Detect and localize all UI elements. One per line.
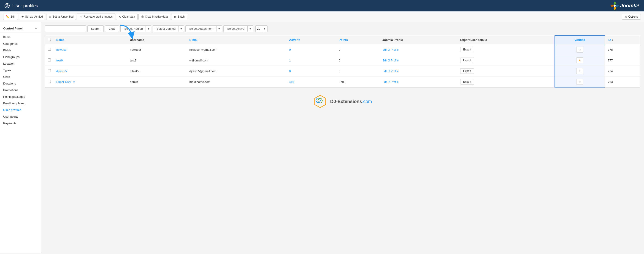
sidebar-item-user-points[interactable]: User points bbox=[0, 113, 41, 120]
svg-point-6 bbox=[614, 7, 616, 10]
control-panel-label: Control Panel bbox=[3, 27, 23, 30]
attachment-select[interactable]: - Select Attachment - bbox=[186, 26, 216, 32]
adverts-link[interactable]: 0 bbox=[289, 48, 291, 51]
sidebar-back-arrow[interactable]: ← bbox=[34, 26, 38, 30]
joomla-profile-link[interactable]: Edit J! Profile bbox=[382, 59, 399, 62]
email-cell: newuser@gmail.com bbox=[187, 44, 286, 55]
sidebar-item-units[interactable]: Units bbox=[0, 74, 41, 80]
user-name-link[interactable]: newuser bbox=[56, 48, 68, 51]
set-unverified-label: Set as Unverified bbox=[53, 15, 74, 18]
gear-icon: ⚙ bbox=[625, 15, 627, 18]
user-name-link[interactable]: Super User bbox=[56, 80, 72, 84]
export-button[interactable]: Export bbox=[460, 68, 474, 74]
col-header-joomla-profile: Joomla Profile bbox=[380, 36, 458, 44]
page-size-select[interactable]: 20 bbox=[256, 26, 262, 32]
points-cell: 0 bbox=[336, 44, 380, 55]
footer-brand-suffix: .com bbox=[362, 99, 372, 104]
table-row: newusernewusernewuser@gmail.com00Edit J!… bbox=[45, 44, 640, 55]
id-col-label: ID bbox=[608, 38, 611, 42]
row-checkbox[interactable] bbox=[48, 58, 51, 61]
adverts-link[interactable]: 0 bbox=[289, 69, 291, 73]
col-header-points[interactable]: Points bbox=[336, 36, 380, 44]
adverts-link[interactable]: 416 bbox=[289, 80, 294, 84]
set-unverified-button[interactable]: ☆ Set as Unverified bbox=[46, 14, 76, 20]
verified-star-button[interactable]: ★ bbox=[576, 57, 583, 63]
options-button[interactable]: ⚙ Options bbox=[622, 14, 641, 20]
sidebar-item-durations[interactable]: Durations bbox=[0, 80, 41, 87]
batch-label: Batch bbox=[178, 15, 185, 18]
sidebar-item-items[interactable]: Items bbox=[0, 34, 41, 40]
batch-button[interactable]: ▦ Batch bbox=[171, 14, 187, 20]
sidebar-item-promotions[interactable]: Promotions bbox=[0, 87, 41, 93]
col-header-id[interactable]: ID ▼ bbox=[605, 36, 640, 44]
sidebar-item-user-profiles[interactable]: User profiles bbox=[0, 107, 41, 113]
data-table-wrap: Name Username E-mail Adverts Points Joom… bbox=[45, 35, 640, 88]
search-button[interactable]: Search bbox=[88, 25, 104, 32]
active-dropdown-arrow[interactable]: ▼ bbox=[248, 26, 253, 31]
joomla-profile-link[interactable]: Edit J! Profile bbox=[382, 70, 399, 73]
region-select[interactable]: - Select Region - bbox=[120, 26, 146, 32]
recreate-label: Recreate profile images bbox=[84, 15, 112, 18]
export-button[interactable]: Export bbox=[460, 47, 474, 52]
verified-dropdown-arrow[interactable]: ▼ bbox=[178, 26, 184, 31]
export-button[interactable]: Export bbox=[460, 79, 474, 85]
edit-user-icon[interactable]: ✏ bbox=[73, 80, 75, 84]
points-cell: 0 bbox=[336, 55, 380, 66]
top-header: User profiles Joomla! bbox=[0, 0, 644, 11]
sidebar-item-email-templates[interactable]: Email templates bbox=[0, 100, 41, 107]
clear-inactive-button[interactable]: 🗑 Clear inactive data bbox=[138, 14, 170, 20]
row-checkbox[interactable] bbox=[48, 69, 51, 72]
user-name-link[interactable]: djtest55 bbox=[56, 69, 67, 73]
region-dropdown-arrow[interactable]: ▼ bbox=[146, 26, 151, 31]
row-checkbox[interactable] bbox=[48, 48, 51, 51]
col-header-name[interactable]: Name bbox=[54, 36, 127, 44]
verified-star-button[interactable]: ☆ bbox=[576, 47, 583, 53]
set-verified-button[interactable]: ★ Set as Verified bbox=[19, 14, 45, 20]
clear-filter-button[interactable]: Clear bbox=[105, 25, 119, 32]
recreate-button[interactable]: ＋ Recreate profile images bbox=[77, 13, 115, 20]
sidebar-control-panel: Control Panel ← bbox=[0, 24, 41, 32]
row-checkbox[interactable] bbox=[48, 80, 51, 83]
footer-logo: DJ-Extensions.com bbox=[45, 88, 640, 113]
edit-button[interactable]: ✏️ Edit bbox=[3, 14, 18, 20]
col-header-email[interactable]: E-mail bbox=[187, 36, 286, 44]
clear-inactive-label: Clear inactive data bbox=[145, 15, 168, 18]
set-verified-label: Set as Verified bbox=[25, 15, 43, 18]
verified-star-button[interactable]: ☆ bbox=[576, 79, 583, 85]
verified-cell: ☆ bbox=[555, 66, 605, 77]
footer-brand-text: DJ-Extensions.com bbox=[330, 99, 372, 104]
joomla-logo: Joomla! bbox=[610, 1, 640, 10]
header-left: User profiles bbox=[4, 3, 38, 8]
filter-bar: Search Clear - Select Region - ▼ - Selec… bbox=[45, 25, 640, 32]
attachment-dropdown-arrow[interactable]: ▼ bbox=[216, 26, 222, 31]
table-row: test9test9w@gmail.com10Edit J! ProfileEx… bbox=[45, 55, 640, 66]
export-button[interactable]: Export bbox=[460, 58, 474, 63]
col-header-adverts[interactable]: Adverts bbox=[286, 36, 336, 44]
target-icon bbox=[4, 3, 10, 8]
joomla-text: Joomla! bbox=[620, 3, 640, 9]
sidebar-item-types[interactable]: Types bbox=[0, 67, 41, 74]
username-cell: admin bbox=[127, 77, 186, 88]
verified-select[interactable]: - Select Verified - bbox=[153, 26, 178, 32]
search-input[interactable] bbox=[45, 25, 86, 32]
clear-data-button[interactable]: ✕ Clear data bbox=[116, 14, 137, 20]
verified-cell: ☆ bbox=[555, 77, 605, 88]
verified-star-button[interactable]: ☆ bbox=[576, 68, 583, 74]
sidebar-item-points-packages[interactable]: Points packages bbox=[0, 93, 41, 100]
dj-extensions-logo-icon bbox=[313, 95, 327, 108]
footer-brand: DJ-Extensions bbox=[330, 99, 362, 104]
page-title: User profiles bbox=[12, 3, 38, 8]
plus-icon: ＋ bbox=[80, 15, 82, 19]
page-size-arrow[interactable]: ▼ bbox=[262, 26, 267, 31]
active-select[interactable]: - Select Active - bbox=[224, 26, 248, 32]
sidebar-item-fields[interactable]: Fields bbox=[0, 47, 41, 54]
select-all-checkbox[interactable] bbox=[48, 38, 51, 41]
joomla-profile-link[interactable]: Edit J! Profile bbox=[382, 48, 399, 51]
joomla-profile-link[interactable]: Edit J! Profile bbox=[382, 80, 399, 84]
sidebar-item-field-groups[interactable]: Field groups bbox=[0, 54, 41, 60]
sidebar-item-categories[interactable]: Categories bbox=[0, 40, 41, 47]
adverts-link[interactable]: 1 bbox=[289, 59, 291, 62]
sidebar-item-payments[interactable]: Payments bbox=[0, 120, 41, 127]
sidebar-item-location[interactable]: Location bbox=[0, 60, 41, 67]
user-name-link[interactable]: test9 bbox=[56, 59, 63, 62]
